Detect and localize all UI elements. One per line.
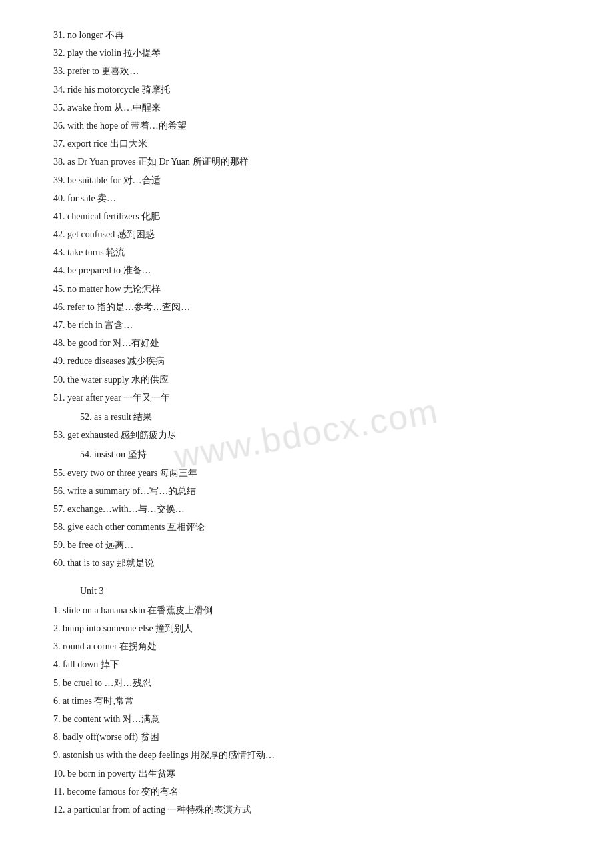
list-item: 56. write a summary of…写…的总结 (53, 483, 560, 499)
list-item: 36. with the hope of 带着…的希望 (53, 117, 560, 134)
list-item: 47. be rich in 富含… (53, 317, 560, 333)
list-item: 8. badly off(worse off) 贫困 (53, 729, 560, 745)
list-item: 51. year after year 一年又一年 (53, 389, 560, 406)
unit3-list: 1. slide on a banana skin 在香蕉皮上滑倒2. bump… (53, 602, 560, 818)
list-item: 11. become famous for 变的有名 (53, 783, 560, 800)
list-item: 2. bump into someone else 撞到别人 (53, 620, 560, 637)
list-item: 49. reduce diseases 减少疾病 (53, 353, 560, 369)
list-item: 48. be good for 对…有好处 (53, 335, 560, 351)
list-item: 52. as a result 结果 (53, 409, 560, 425)
list-item: 45. no matter how 无论怎样 (53, 281, 560, 297)
list-item: 55. every two or three years 每两三年 (53, 465, 560, 481)
list-item: 33. prefer to 更喜欢… (53, 63, 560, 79)
list-item: 32. play the violin 拉小提琴 (53, 45, 560, 61)
list-item: 44. be prepared to 准备… (53, 262, 560, 279)
list-item: 9. astonish us with the deep feelings 用深… (53, 747, 560, 763)
list-item: 37. export rice 出口大米 (53, 135, 560, 152)
list-item: 35. awake from 从…中醒来 (53, 99, 560, 116)
list-item: 1. slide on a banana skin 在香蕉皮上滑倒 (53, 602, 560, 619)
list-item: 42. get confused 感到困惑 (53, 226, 560, 243)
list-item: 34. ride his motorcycle 骑摩托 (53, 81, 560, 98)
list-item: 58. give each other comments 互相评论 (53, 519, 560, 535)
list-item: 60. that is to say 那就是说 (53, 555, 560, 571)
list-item: 50. the water supply 水的供应 (53, 371, 560, 388)
list-item: 54. insist on 坚持 (53, 446, 560, 463)
list-item: 5. be cruel to …对…残忍 (53, 675, 560, 691)
list-item: 41. chemical fertilizers 化肥 (53, 208, 560, 225)
list-item: 12. a particular from of acting 一种特殊的表演方… (53, 801, 560, 818)
list-item: 6. at times 有时,常常 (53, 693, 560, 709)
list-item: 4. fall down 掉下 (53, 656, 560, 673)
list-item: 31. no longer 不再 (53, 27, 560, 43)
list-item: 43. take turns 轮流 (53, 244, 560, 261)
main-list: 31. no longer 不再32. play the violin 拉小提琴… (53, 27, 560, 572)
list-item: 39. be suitable for 对…合适 (53, 172, 560, 189)
list-item: 3. round a corner 在拐角处 (53, 638, 560, 655)
list-item: 38. as Dr Yuan proves 正如 Dr Yuan 所证明的那样 (53, 153, 560, 170)
list-item: 53. get exhausted 感到筋疲力尽 (53, 427, 560, 443)
list-item: 46. refer to 指的是…参考…查阅… (53, 299, 560, 315)
unit3-header: Unit 3 (53, 583, 560, 599)
list-item: 10. be born in poverty 出生贫寒 (53, 765, 560, 782)
list-item: 7. be content with 对…满意 (53, 711, 560, 727)
list-item: 57. exchange…with…与…交换… (53, 501, 560, 517)
list-item: 40. for sale 卖… (53, 190, 560, 207)
list-item: 59. be free of 远离… (53, 537, 560, 553)
